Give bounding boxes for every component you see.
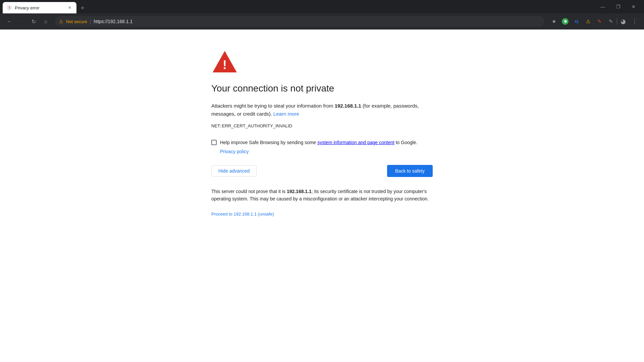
url-text: https://192.168.1.1 <box>94 19 540 24</box>
target-host: 192.168.1.1 <box>335 103 361 109</box>
bookmark-button[interactable]: ★ <box>548 16 559 27</box>
new-tab-button[interactable]: + <box>78 3 87 13</box>
profile-button[interactable]: ◕ <box>618 16 629 27</box>
proceed-unsafe-link[interactable]: Proceed to 192.168.1.1 (unsafe) <box>211 212 274 217</box>
active-tab[interactable]: ! Privacy error ✕ <box>3 2 76 13</box>
privacy-policy-link[interactable]: Privacy policy <box>220 149 433 154</box>
safe-browsing-text: Help improve Safe Browsing by sending so… <box>220 139 417 146</box>
maximize-button[interactable]: ❐ <box>610 1 626 12</box>
tab-bar: ! Privacy error ✕ + — ❐ ✕ <box>0 0 644 13</box>
close-button[interactable]: ✕ <box>626 1 641 12</box>
minimize-button[interactable]: — <box>595 1 610 12</box>
page-title: Your connection is not private <box>211 83 433 94</box>
forward-button[interactable]: → <box>16 16 27 27</box>
safe-browsing-prefix: Help improve Safe Browsing by sending so… <box>220 140 317 145</box>
tab-favicon: ! <box>7 5 12 10</box>
error-code: NET::ERR_CERT_AUTHORITY_INVALID <box>211 123 433 128</box>
security-warning-icon: ⚠ <box>59 19 63 24</box>
window-controls: — ❐ ✕ <box>595 1 641 13</box>
extensions-icon: ✱ <box>562 18 569 25</box>
button-row: Hide advanced Back to safety <box>211 165 433 177</box>
advanced-host: 192.168.1.1 <box>287 189 312 194</box>
advanced-text: This server could not prove that it is 1… <box>211 188 433 203</box>
safe-browsing-suffix: to Google. <box>394 140 418 145</box>
warning-triangle-icon: ! <box>211 50 238 74</box>
svg-text:!: ! <box>223 58 227 72</box>
browser-toolbar: ← → ↻ ⌂ ⚠ Not secure | https://192.168.1… <box>0 13 644 29</box>
description-prefix: Attackers might be trying to steal your … <box>211 103 335 109</box>
safe-browsing-row: Help improve Safe Browsing by sending so… <box>211 139 433 146</box>
tab-title: Privacy error <box>15 5 64 10</box>
safe-browsing-checkbox[interactable] <box>211 140 217 145</box>
learn-more-link[interactable]: Learn more <box>273 111 299 117</box>
advanced-prefix: This server could not prove that it is <box>211 189 287 194</box>
tab-close-button[interactable]: ✕ <box>67 5 72 10</box>
browser-window: ! Privacy error ✕ + — ❐ ✕ ← → ↻ ⌂ ⚠ Not … <box>0 0 644 362</box>
back-button[interactable]: ← <box>4 16 15 27</box>
hide-advanced-button[interactable]: Hide advanced <box>211 165 257 177</box>
alert-extension-button[interactable]: ⚠ <box>583 16 593 27</box>
warning-icon-wrap: ! <box>211 50 433 75</box>
reload-button[interactable]: ↻ <box>28 16 39 27</box>
toolbar-separator <box>617 18 617 25</box>
toolbar-actions: ★ ✱ IQ ⚠ ✎ ✎ ◕ ⋮ <box>548 16 640 27</box>
pen-extension-button[interactable]: ✎ <box>605 16 616 27</box>
page-description: Attackers might be trying to steal your … <box>211 102 433 118</box>
not-secure-label: Not secure <box>66 19 87 24</box>
address-bar[interactable]: ⚠ Not secure | https://192.168.1.1 <box>55 16 544 27</box>
home-button[interactable]: ⌂ <box>40 16 51 27</box>
edit-extension-button[interactable]: ✎ <box>594 16 605 27</box>
error-container: ! Your connection is not private Attacke… <box>211 50 433 217</box>
menu-button[interactable]: ⋮ <box>629 16 640 27</box>
back-to-safety-button[interactable]: Back to safety <box>387 165 433 177</box>
system-info-link[interactable]: system information and page content <box>317 140 394 145</box>
iq-extension-button[interactable]: IQ <box>571 16 582 27</box>
url-separator: | <box>90 19 91 24</box>
extensions-button[interactable]: ✱ <box>560 16 571 27</box>
page-content: ! Your connection is not private Attacke… <box>0 29 644 362</box>
